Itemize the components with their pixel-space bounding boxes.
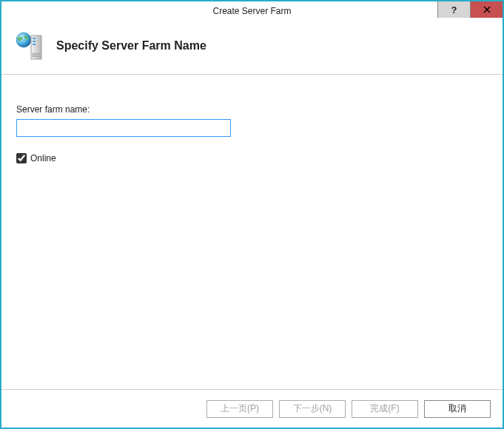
server-farm-icon — [15, 31, 44, 61]
next-button[interactable]: 下一步(N) — [279, 400, 346, 418]
close-icon — [483, 4, 491, 16]
cancel-button[interactable]: 取消 — [424, 400, 491, 418]
wizard-header: Specify Server Farm Name — [1, 21, 503, 74]
svg-rect-6 — [33, 44, 36, 45]
svg-rect-5 — [33, 41, 36, 42]
svg-rect-7 — [33, 53, 40, 57]
farm-name-input[interactable] — [16, 119, 231, 137]
online-checkbox-row: Online — [16, 153, 488, 163]
farm-name-label: Server farm name: — [16, 104, 488, 115]
svg-rect-4 — [33, 38, 36, 39]
titlebar: Create Server Farm ? — [1, 1, 503, 21]
close-button[interactable] — [470, 1, 503, 18]
wizard-content: Server farm name: Online — [1, 75, 503, 178]
online-label[interactable]: Online — [30, 153, 56, 163]
online-checkbox[interactable] — [16, 153, 27, 163]
wizard-footer: 上一页(P) 下一步(N) 完成(F) 取消 — [1, 389, 503, 428]
page-title: Specify Server Farm Name — [56, 39, 206, 53]
question-icon: ? — [451, 4, 457, 16]
finish-button[interactable]: 完成(F) — [352, 400, 418, 418]
window-title: Create Server Farm — [212, 6, 291, 16]
help-button[interactable]: ? — [437, 1, 470, 18]
titlebar-controls: ? — [437, 1, 503, 18]
previous-button[interactable]: 上一页(P) — [206, 400, 273, 418]
